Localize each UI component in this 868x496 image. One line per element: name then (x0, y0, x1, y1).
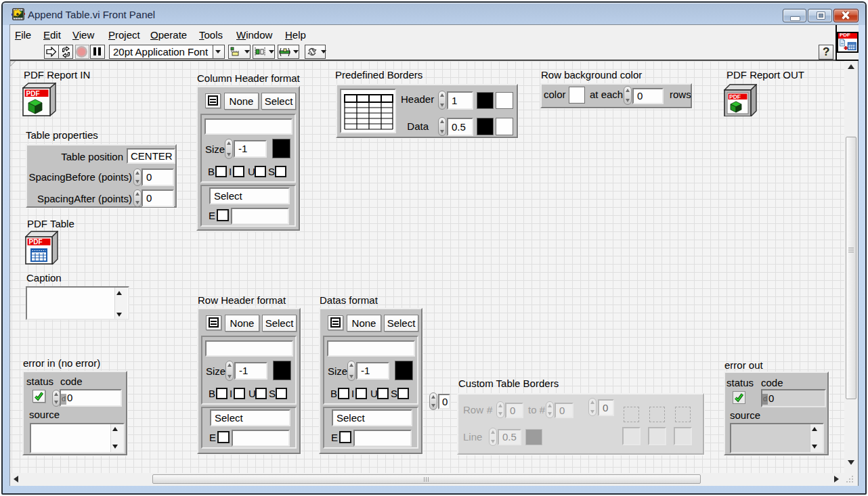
svg-text:PDF: PDF (29, 238, 43, 246)
svg-text:PDF: PDF (26, 90, 40, 97)
svg-text:PDF: PDF (729, 93, 741, 100)
